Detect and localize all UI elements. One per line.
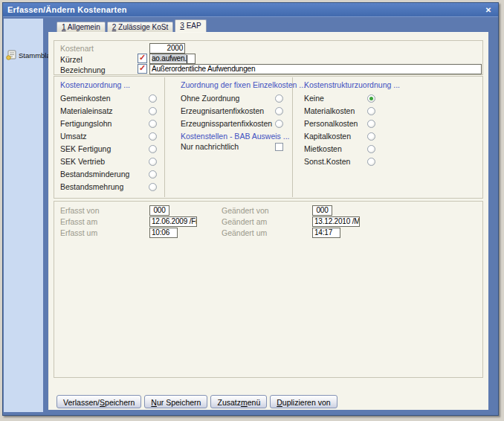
column-separator — [292, 77, 293, 197]
titlebar: Erfassen/Ändern Kostenarten ✕ — [3, 3, 498, 17]
option-label: Erzeugnisartenfixkosten — [181, 106, 264, 115]
bezeichnung-confirm-button[interactable]: ✓ — [138, 64, 147, 74]
option-label: Personalkosten — [304, 119, 358, 128]
option-label: SEK Fertigung — [60, 144, 111, 153]
erfasst-von-label: Erfasst von — [60, 206, 100, 215]
option-label: Bestandsminderung — [60, 170, 129, 179]
radio-erzeugnisartenfixkosten[interactable] — [275, 107, 283, 115]
radio-ohne-zuordnung[interactable] — [275, 94, 283, 103]
radio-personalkosten[interactable] — [367, 120, 375, 128]
tab-eap[interactable]: 3 EAP — [175, 19, 206, 32]
option-label: SEK Vertrieb — [60, 157, 105, 166]
groupbox-zuordnung: Kostenzuordnung ... Gemeinkosten Materia… — [54, 76, 483, 199]
option-label: Bestandsmehrung — [60, 182, 123, 191]
window-title: Erfassen/Ändern Kostenarten — [7, 5, 127, 14]
radio-bestandsmehrung[interactable] — [149, 183, 157, 191]
option-label: Mietkosten — [304, 144, 342, 153]
geaendert-von-label: Geändert von — [222, 206, 269, 215]
radio-fertigungslohn[interactable] — [149, 120, 157, 128]
nur-speichern-button[interactable]: Nur Speichern — [144, 395, 207, 408]
tab-zulaessige-kost[interactable]: 2 Zulässige KoSt — [107, 22, 174, 32]
radio-gemeinkosten[interactable] — [149, 94, 157, 103]
fixe-einzelkosten-header: Zuordnung der fixen Einzelkosten ... — [181, 80, 306, 89]
option-label: Keine — [304, 94, 324, 103]
column-separator — [164, 77, 165, 197]
radio-erzeugnisspartenfixkosten[interactable] — [275, 120, 283, 128]
geaendert-von-field[interactable]: 000 — [312, 205, 332, 216]
option-label: Kapitalkosten — [304, 132, 351, 141]
option-label: Erzeugnisspartenfixkosten — [181, 119, 272, 128]
erfasst-von-field[interactable]: 000 — [149, 205, 169, 216]
kuerzel-label: Kürzel — [60, 55, 83, 64]
dialog-window: Erfassen/Ändern Kostenarten ✕ Stammblatt… — [2, 2, 499, 416]
zusatzmenue-button[interactable]: Zusatzmenü — [210, 395, 267, 408]
checkbox-nur-nachrichtlich[interactable] — [275, 143, 283, 151]
kostenart-field[interactable]: 2000 — [149, 43, 185, 54]
button-row: Verlassen/Speichern Nur Speichern Zusatz… — [56, 395, 337, 408]
sidebar-item-stammblatt[interactable]: Stammblatt — [6, 50, 54, 60]
radio-sek-fertigung[interactable] — [149, 145, 157, 153]
radio-bestandsminderung[interactable] — [149, 170, 157, 179]
text-caret — [187, 55, 187, 63]
option-label: Nur nachrichtlich — [181, 142, 239, 151]
bezeichnung-input[interactable]: Außerordentliche Aufwendungen — [149, 64, 482, 74]
geaendert-um-label: Geändert um — [222, 228, 267, 237]
radio-materialkosten[interactable] — [367, 107, 375, 115]
red-check-icon: ✓ — [139, 64, 146, 72]
radio-umsatz[interactable] — [149, 132, 157, 141]
radio-mietkosten[interactable] — [367, 145, 375, 153]
option-label: Sonst.Kosten — [304, 157, 350, 166]
radio-keine[interactable] — [367, 94, 375, 103]
groupbox-audit: Erfasst von 000 Erfasst am 12.06.2009 /F… — [54, 201, 483, 378]
geaendert-am-field[interactable]: 13.12.2010 /Mo — [312, 216, 360, 227]
bab-ausweis-header: Kostenstellen - BAB Ausweis ... — [181, 132, 290, 141]
radio-sek-vertrieb[interactable] — [149, 158, 157, 166]
erfasst-um-field[interactable]: 10:06 — [149, 228, 178, 238]
option-label: Materialeinsatz — [60, 106, 113, 115]
geaendert-um-field[interactable]: 14:17 — [312, 228, 340, 238]
kostenart-label: Kostenart — [60, 44, 94, 53]
option-label: Materialkosten — [304, 106, 355, 115]
erfasst-am-label: Erfasst am — [60, 217, 97, 226]
window-body: Stammblatt 1 Allgemein 2 Zulässige KoSt … — [3, 18, 498, 415]
groupbox-identification: Kostenart 2000 Kürzel ✓ ao.aufwen. Bezei… — [54, 40, 483, 75]
verlassen-speichern-button[interactable]: Verlassen/Speichern — [56, 395, 141, 408]
bezeichnung-label: Bezeichnung — [60, 65, 106, 74]
erfasst-am-field[interactable]: 12.06.2009 /Fr — [149, 216, 197, 227]
tab-bar: 1 Allgemein 2 Zulässige KoSt 3 EAP — [56, 19, 208, 32]
option-label: Ohne Zuordnung — [181, 94, 239, 103]
erfasst-um-label: Erfasst um — [60, 228, 97, 237]
sidebar: Stammblatt — [4, 19, 43, 412]
duplizieren-von-button[interactable]: Duplizieren von — [270, 395, 337, 408]
radio-sonst-kosten[interactable] — [367, 158, 375, 166]
form-icon — [6, 50, 16, 60]
kuerzel-input[interactable]: ao.aufwen. — [149, 54, 196, 64]
kuerzel-confirm-button[interactable]: ✓ — [138, 54, 147, 63]
option-label: Fertigungslohn — [60, 119, 112, 128]
radio-materialeinsatz[interactable] — [149, 107, 157, 115]
close-icon[interactable]: ✕ — [483, 6, 494, 14]
kostenstruktur-header: Kostenstrukturzuordnung ... — [304, 80, 400, 89]
selected-text: ao.aufwen. — [152, 54, 187, 62]
red-check-icon: ✓ — [139, 54, 146, 62]
radio-kapitalkosten[interactable] — [367, 132, 375, 141]
kostenzuordnung-header: Kostenzuordnung ... — [60, 80, 130, 89]
tab-allgemein[interactable]: 1 Allgemein — [56, 22, 106, 32]
tab-page-eap: Kostenart 2000 Kürzel ✓ ao.aufwen. Bezei… — [48, 32, 488, 410]
option-label: Umsatz — [60, 132, 87, 141]
geaendert-am-label: Geändert am — [222, 217, 267, 226]
option-label: Gemeinkosten — [60, 94, 111, 103]
